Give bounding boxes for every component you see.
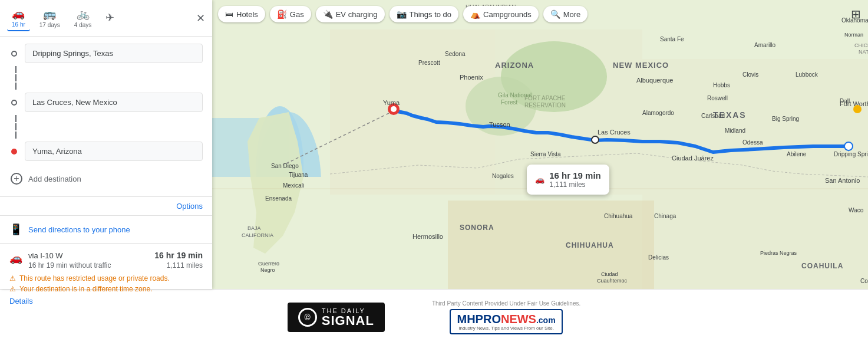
map-section: 🚗 16 hr 🚌 17 days 🚲 4 days ✈ ✕ bbox=[0, 0, 868, 289]
close-button[interactable]: ✕ bbox=[196, 12, 205, 25]
svg-text:Gila National: Gila National bbox=[498, 92, 532, 98]
details-link[interactable]: Details bbox=[9, 297, 203, 305]
warning-icon-1: ⚠ bbox=[9, 274, 16, 282]
mhpronews-logo: MHPRONEWS.com Industry News, Tips and Vi… bbox=[450, 309, 562, 334]
svg-text:Odessa: Odessa bbox=[742, 139, 763, 146]
transport-bike[interactable]: 🚲 4 days bbox=[70, 5, 96, 31]
transit-transport-label: 17 days bbox=[39, 22, 60, 28]
transport-car[interactable]: 🚗 16 hr bbox=[7, 5, 30, 31]
filter-ev[interactable]: 🔌 EV charging bbox=[316, 6, 385, 22]
dot-line-5 bbox=[15, 123, 16, 130]
mhpro-pro: PRO bbox=[476, 313, 501, 326]
route-car-icon: 🚗 bbox=[9, 252, 22, 265]
dot-line-6 bbox=[15, 132, 16, 139]
route-warnings: ⚠ This route has restricted usage or pri… bbox=[9, 274, 203, 293]
svg-text:Norman: Norman bbox=[844, 32, 863, 38]
filter-gas-label: Gas bbox=[290, 10, 304, 19]
route-time-no-traffic: 16 hr 19 min without traffic bbox=[28, 261, 111, 270]
add-destination-button[interactable]: + Add destination bbox=[9, 168, 203, 189]
stop1-input[interactable] bbox=[25, 93, 203, 112]
route-time: 16 hr 19 min bbox=[154, 251, 203, 260]
things-icon: 📷 bbox=[397, 9, 407, 19]
svg-text:Piedras Negras: Piedras Negras bbox=[760, 250, 797, 256]
svg-text:Chinaga: Chinaga bbox=[654, 213, 676, 219]
transport-plane[interactable]: ✈ bbox=[101, 9, 119, 28]
filter-gas[interactable]: ⛽ Gas bbox=[270, 6, 311, 22]
mhpro-com: .com bbox=[536, 316, 556, 325]
car-transport-label: 16 hr bbox=[12, 21, 25, 28]
filter-more[interactable]: 🔍 More bbox=[543, 6, 588, 22]
route-miles: 1,111 miles bbox=[167, 261, 203, 270]
daily-signal-circle-icon: © bbox=[298, 308, 317, 327]
svg-text:COAHUILA: COAHUILA bbox=[801, 262, 843, 270]
svg-text:Roswell: Roswell bbox=[707, 95, 728, 101]
svg-text:Delicias: Delicias bbox=[648, 254, 669, 261]
plane-transport-icon: ✈ bbox=[105, 11, 114, 24]
filter-hotels-label: Hotels bbox=[236, 10, 258, 19]
svg-rect-8 bbox=[642, 59, 868, 289]
waypoint-dot-origin bbox=[11, 51, 17, 57]
svg-text:Las Cruces: Las Cruces bbox=[598, 129, 631, 136]
svg-text:RESERVATION: RESERVATION bbox=[524, 102, 566, 109]
svg-text:Hobbs: Hobbs bbox=[713, 82, 730, 88]
popup-time: 16 hr 19 min bbox=[549, 170, 601, 180]
svg-text:Albuquerque: Albuquerque bbox=[636, 77, 673, 84]
route-via: via I-10 W bbox=[28, 251, 63, 260]
more-search-icon: 🔍 bbox=[550, 9, 560, 19]
sidebar: 🚗 16 hr 🚌 17 days 🚲 4 days ✈ ✕ bbox=[0, 0, 212, 289]
ev-icon: 🔌 bbox=[323, 9, 333, 19]
map-filter-bar: 🛏 Hotels ⛽ Gas 🔌 EV charging 📷 Things to… bbox=[218, 6, 588, 22]
popup-car-icon: 🚗 bbox=[535, 175, 544, 184]
route-name-time: via I-10 W 16 hr 19 min bbox=[28, 251, 203, 260]
grid-icon[interactable]: ⊞ bbox=[851, 7, 861, 21]
transport-bar: 🚗 16 hr 🚌 17 days 🚲 4 days ✈ ✕ bbox=[0, 0, 212, 37]
footer-right: Third Party Content Provided Under Fair … bbox=[432, 300, 580, 334]
filter-things-label: Things to do bbox=[410, 10, 452, 19]
daily-signal-logo: © THE DAILY SIGNAL bbox=[288, 303, 385, 332]
route-sub: 16 hr 19 min without traffic 1,111 miles bbox=[28, 261, 203, 270]
svg-text:Dall: Dall bbox=[840, 98, 850, 104]
warning-text-1: This route has restricted usage or priva… bbox=[19, 274, 170, 282]
svg-point-17 bbox=[844, 142, 853, 150]
waypoint-connector-stop1 bbox=[9, 100, 19, 106]
svg-text:Waco: Waco bbox=[849, 207, 864, 213]
svg-text:Santa Fe: Santa Fe bbox=[660, 36, 684, 42]
svg-text:Chihuahua: Chihuahua bbox=[604, 213, 633, 219]
send-directions[interactable]: 📱 Send directions to your phone bbox=[0, 215, 212, 243]
filter-ev-label: EV charging bbox=[336, 10, 378, 19]
svg-text:San Diego: San Diego bbox=[271, 163, 299, 169]
transport-transit[interactable]: 🚌 17 days bbox=[35, 5, 65, 31]
transit-transport-icon: 🚌 bbox=[43, 8, 56, 21]
hotels-icon: 🛏 bbox=[225, 9, 233, 19]
dot-line-3 bbox=[15, 83, 16, 90]
svg-text:CHIHUAHUA: CHIHUAHUA bbox=[566, 241, 614, 249]
map-area[interactable]: ARIZONA NEW MEXICO TEXAS SONORA CHIHUAHU… bbox=[212, 0, 868, 289]
svg-text:NEW MEXICO: NEW MEXICO bbox=[613, 61, 669, 70]
warning-icon-2: ⚠ bbox=[9, 285, 16, 293]
filter-things[interactable]: 📷 Things to do bbox=[390, 6, 459, 22]
dot-line-2 bbox=[15, 74, 16, 81]
filter-more-label: More bbox=[563, 10, 581, 19]
filter-campgrounds[interactable]: ⛺ Campgrounds bbox=[463, 6, 539, 22]
bike-transport-label: 4 days bbox=[74, 22, 91, 28]
waypoint-connector-origin bbox=[9, 51, 19, 57]
svg-text:Tucson: Tucson bbox=[489, 121, 510, 128]
mhpro-news: NEWS bbox=[501, 313, 536, 326]
map-route-popup: 🚗 16 hr 19 min 1,111 miles bbox=[527, 165, 609, 195]
waypoint-row-destination bbox=[9, 142, 203, 161]
svg-text:Forest: Forest bbox=[501, 99, 518, 106]
send-directions-icon: 📱 bbox=[9, 223, 22, 236]
svg-text:ARIZONA: ARIZONA bbox=[495, 61, 534, 70]
svg-text:CHICKASAW: CHICKASAW bbox=[854, 42, 868, 48]
mhpronews-title: MHPRONEWS.com bbox=[457, 313, 555, 326]
svg-text:Ciudad: Ciudad bbox=[601, 271, 618, 277]
filter-hotels[interactable]: 🛏 Hotels bbox=[218, 6, 265, 22]
popup-info: 16 hr 19 min 1,111 miles bbox=[549, 170, 601, 189]
destination-input[interactable] bbox=[25, 142, 203, 161]
svg-text:Lubbock: Lubbock bbox=[796, 71, 819, 78]
svg-text:Mexicali: Mexicali bbox=[283, 182, 304, 189]
options-button[interactable]: Options bbox=[176, 202, 203, 211]
origin-input[interactable] bbox=[25, 44, 203, 63]
mhpro-tagline: Industry News, Tips and Views From our S… bbox=[458, 326, 554, 331]
waypoint-row-stop1 bbox=[9, 93, 203, 112]
